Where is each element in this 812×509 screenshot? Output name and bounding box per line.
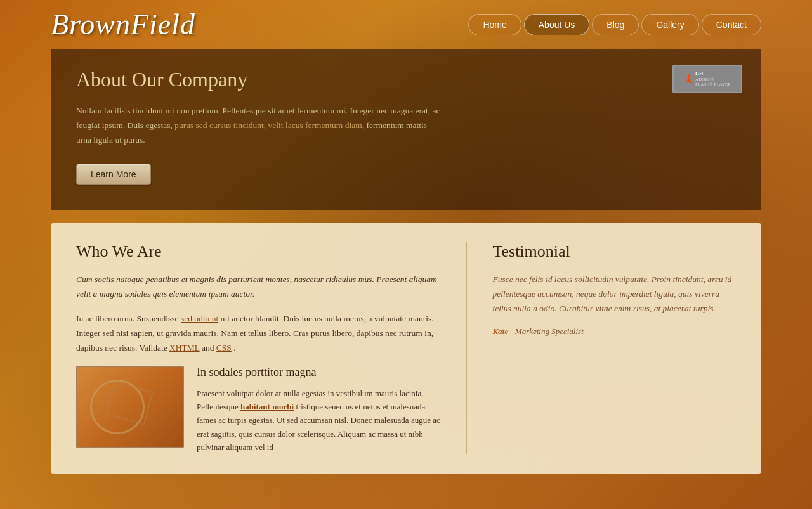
- left-column: Who We Are Cum sociis natoque penatibus …: [76, 242, 441, 454]
- about-paragraph: Nullam facilisis tincidunt mi non pretiu…: [76, 104, 444, 148]
- nav-blog[interactable]: Blog: [592, 14, 639, 35]
- sub-para: Praesent volutpat dolor at nulla egestas…: [197, 387, 441, 454]
- flash-icon: [684, 74, 693, 85]
- sed-odio-link[interactable]: sed odio ut: [181, 314, 218, 323]
- header: BrownField Home About Us Blog Gallery Co…: [0, 0, 812, 49]
- css-link[interactable]: CSS: [216, 343, 232, 352]
- lower-section: Who We Are Cum sociis natoque penatibus …: [51, 223, 761, 474]
- sub-title: In sodales porttitor magna: [197, 366, 441, 379]
- author-role: - Marketing Specialist: [510, 326, 584, 336]
- thumbnail-row: In sodales porttitor magna Praesent volu…: [76, 366, 441, 454]
- habitant-morbi-link[interactable]: habitant morbi: [240, 402, 294, 411]
- flash-get: Get: [695, 71, 731, 77]
- testimonial-text: Fusce nec felis id lacus sollicitudin vu…: [492, 273, 736, 316]
- about-section: About Our Company Get ADOBE® FLASH® PLAY…: [51, 49, 761, 210]
- main-content: About Our Company Get ADOBE® FLASH® PLAY…: [51, 49, 761, 474]
- xhtml-link[interactable]: XHTML: [169, 343, 200, 352]
- logo: BrownField: [51, 8, 195, 41]
- nav-contact[interactable]: Contact: [702, 14, 761, 35]
- about-highlight: purus sed cursus tincidunt, velit lacus …: [174, 120, 364, 130]
- nav-home[interactable]: Home: [468, 14, 521, 35]
- flash-player: FLASH® PLAYER: [695, 82, 731, 87]
- right-column: Testimonial Fusce nec felis id lacus sol…: [466, 242, 736, 454]
- thumbnail-content: In sodales porttitor magna Praesent volu…: [197, 366, 441, 454]
- thumbnail-image: [76, 366, 184, 448]
- nav-gallery[interactable]: Gallery: [641, 14, 698, 35]
- testimonial-title: Testimonial: [492, 242, 736, 261]
- who-normal-para: In ac libero urna. Suspendisse sed odio …: [76, 312, 441, 356]
- nav: Home About Us Blog Gallery Contact: [468, 14, 761, 35]
- flash-adobe: ADOBE®: [695, 77, 731, 82]
- flash-badge[interactable]: Get ADOBE® FLASH® PLAYER: [672, 65, 742, 93]
- who-we-are-title: Who We Are: [76, 242, 441, 261]
- who-italic-para: Cum sociis natoque penatibus et magnis d…: [76, 273, 441, 302]
- learn-more-button[interactable]: Learn More: [76, 164, 151, 185]
- about-title: About Our Company: [76, 68, 736, 91]
- testimonial-author: Kate - Marketing Specialist: [492, 326, 736, 337]
- author-name: Kate: [492, 326, 508, 336]
- nav-about[interactable]: About Us: [524, 14, 590, 35]
